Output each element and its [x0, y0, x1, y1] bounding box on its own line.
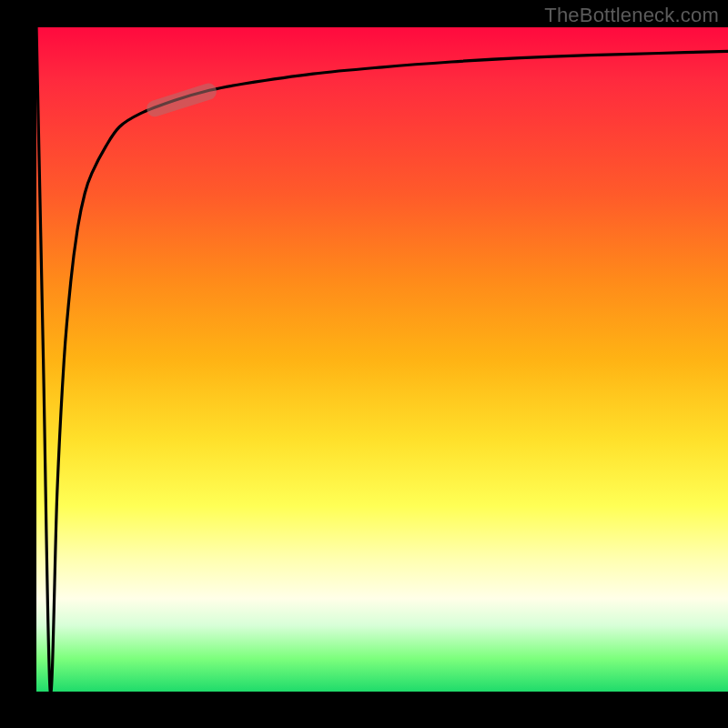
watermark-text: TheBottleneck.com [544, 4, 719, 27]
plot-area [36, 27, 728, 692]
chart-frame: TheBottleneck.com [0, 0, 728, 728]
